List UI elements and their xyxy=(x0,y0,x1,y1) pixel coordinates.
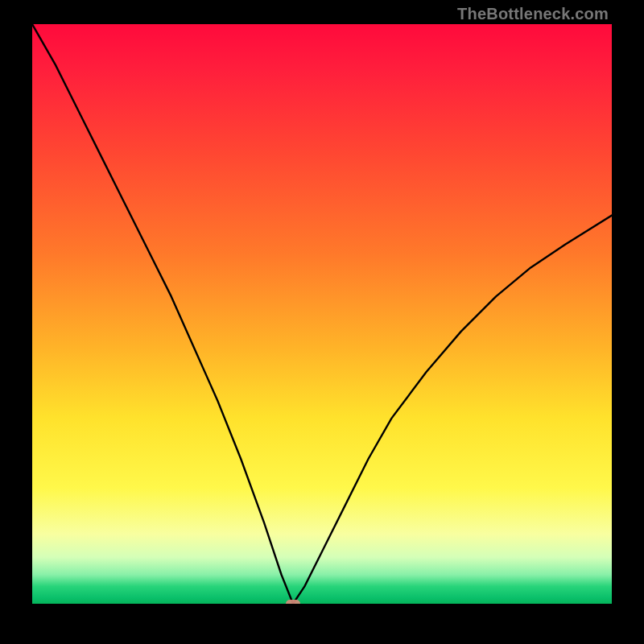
bottleneck-curve xyxy=(32,24,612,604)
watermark-text: TheBottleneck.com xyxy=(457,5,609,23)
minimum-marker xyxy=(286,600,300,604)
plot-area xyxy=(32,24,612,604)
chart-frame: TheBottleneck.com xyxy=(0,0,644,644)
